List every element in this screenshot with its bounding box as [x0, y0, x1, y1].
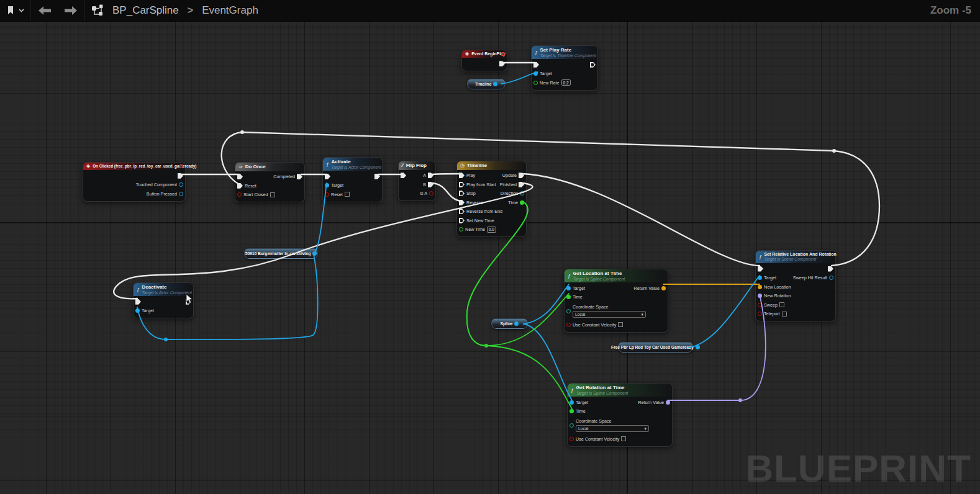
- exec-pin[interactable]: [401, 173, 406, 178]
- exec-pin[interactable]: [135, 299, 141, 305]
- sweep-pin[interactable]: [758, 303, 762, 307]
- delegate-pin[interactable]: [179, 164, 183, 168]
- time-pin[interactable]: [569, 409, 574, 413]
- variable-output-pin[interactable]: [493, 82, 497, 86]
- play-pin[interactable]: [459, 173, 465, 178]
- new-location-pin[interactable]: [758, 285, 762, 289]
- variable-pill-spline-var[interactable]: Spline: [491, 318, 528, 329]
- finished-pin[interactable]: [519, 182, 524, 187]
- exec-pin[interactable]: [178, 173, 183, 179]
- coordinate-space-pin[interactable]: [566, 309, 571, 313]
- exec-pin[interactable]: [533, 62, 539, 68]
- sweep-hit-result-pin[interactable]: [829, 276, 833, 280]
- back-button[interactable]: [37, 6, 52, 16]
- node-header[interactable]: ◈On Clicked (free_pbr_lp_red_toy_car_use…: [83, 163, 185, 170]
- start-closed-checkbox[interactable]: [270, 192, 275, 197]
- set-new-time-pin[interactable]: [459, 218, 465, 223]
- variable-pill-timeline-var[interactable]: Timeline: [467, 79, 506, 89]
- update-pin[interactable]: [519, 173, 524, 178]
- breadcrumb-root[interactable]: BP_CarSpline: [112, 4, 179, 17]
- target-pin[interactable]: [135, 308, 140, 313]
- new-rate-value[interactable]: 0.2: [561, 79, 571, 86]
- use-constant-velocity-checkbox[interactable]: [621, 436, 626, 441]
- node-do-once[interactable]: ⇒Do OnceCompletedResetStart Closed: [235, 162, 305, 202]
- button-pressed-pin[interactable]: [179, 192, 183, 196]
- exec-pin[interactable]: [186, 299, 191, 305]
- return-value-pin[interactable]: [666, 400, 670, 405]
- variable-output-pin[interactable]: [514, 321, 519, 326]
- node-header[interactable]: ƒGet Rotation at TimeTarget is Spline Co…: [568, 384, 672, 397]
- use-constant-velocity-pin[interactable]: [569, 437, 574, 441]
- exec-pin[interactable]: [499, 61, 505, 66]
- new-time-pin[interactable]: [459, 227, 463, 231]
- bookmark-icon[interactable]: [6, 6, 15, 16]
- play-from-start-pin[interactable]: [459, 182, 465, 187]
- reset-checkbox[interactable]: [345, 192, 350, 197]
- variable-output-pin[interactable]: [312, 251, 317, 256]
- node-header[interactable]: ◈Event BeginPlay: [462, 50, 507, 58]
- bookmark-dropdown-chevron-icon[interactable]: [19, 9, 24, 12]
- node-header[interactable]: ƒSet Play RateTarget is Timeline Compone…: [532, 46, 597, 59]
- teleport-checkbox[interactable]: [782, 312, 787, 317]
- node-get-location-at-time[interactable]: ƒGet Location at TimeTarget is Spline Co…: [564, 269, 668, 333]
- coordinate-space-dropdown[interactable]: Local▾: [573, 311, 646, 318]
- reset-pin[interactable]: [325, 192, 329, 197]
- stop-pin[interactable]: [459, 191, 465, 196]
- node-header[interactable]: ƒSet Relative Location And RotationTarge…: [756, 251, 835, 263]
- sweep-checkbox[interactable]: [779, 302, 784, 307]
- teleport-pin[interactable]: [758, 312, 762, 316]
- target-pin[interactable]: [533, 71, 538, 76]
- direction-pin[interactable]: [520, 191, 524, 195]
- return-value-pin[interactable]: [661, 286, 666, 290]
- reverse-from-end-pin[interactable]: [459, 209, 465, 214]
- node-header[interactable]: ◷Timeline: [457, 161, 526, 170]
- node-event-beginplay[interactable]: ◈Event BeginPlay: [461, 50, 507, 71]
- time-pin[interactable]: [566, 295, 571, 299]
- node-get-rotation-at-time[interactable]: ƒGet Rotation at TimeTarget is Spline Co…: [567, 383, 673, 447]
- node-activate[interactable]: ƒActivateTarget is Actor ComponentTarget…: [322, 157, 383, 202]
- new-rotation-pin[interactable]: [758, 294, 762, 298]
- node-set-play-rate[interactable]: ƒSet Play RateTarget is Timeline Compone…: [531, 45, 598, 91]
- a-pin[interactable]: [428, 173, 433, 178]
- exec-pin[interactable]: [590, 62, 596, 68]
- target-pin[interactable]: [569, 400, 574, 405]
- start-closed-pin[interactable]: [237, 192, 242, 197]
- node-header[interactable]: ƒDeactivateTarget is Actor Component: [134, 283, 193, 296]
- new-rate-pin[interactable]: [533, 81, 538, 85]
- node-header[interactable]: ⇒Do Once: [235, 163, 304, 171]
- exec-pin[interactable]: [828, 266, 833, 272]
- target-pin[interactable]: [566, 286, 571, 290]
- node-header[interactable]: ƒGet Location at TimeTarget is Spline Co…: [565, 269, 668, 282]
- use-constant-velocity-pin[interactable]: [566, 323, 571, 327]
- time-pin[interactable]: [520, 200, 524, 205]
- node-timeline[interactable]: ◷TimelinePlayUpdatePlay from StartFinish…: [456, 161, 527, 237]
- coordinate-space-dropdown[interactable]: Local▾: [576, 425, 649, 432]
- node-set-relative-location-and-rotation[interactable]: ƒSet Relative Location And RotationTarge…: [755, 250, 836, 321]
- target-pin[interactable]: [325, 183, 329, 187]
- node-on-clicked-free-pbr-lp-red-toy-car-used-gameready[interactable]: ◈On Clicked (free_pbr_lp_red_toy_car_use…: [83, 162, 186, 202]
- new-time-value[interactable]: 0.0: [487, 227, 496, 233]
- use-constant-velocity-checkbox[interactable]: [618, 322, 623, 327]
- variable-pill-free-pbr-car-var[interactable]: Free Pbr Lp Red Toy Car Used Gameready: [618, 342, 693, 353]
- variable-pill-car-audio-var[interactable]: 50910 Burgermuller In-car-driving: [244, 248, 318, 259]
- is-a-pin[interactable]: [429, 191, 433, 195]
- target-pin[interactable]: [758, 276, 762, 280]
- node-deactivate[interactable]: ƒDeactivateTarget is Actor ComponentTarg…: [133, 282, 194, 318]
- node-header[interactable]: ƒActivateTarget is Actor Component: [323, 158, 382, 171]
- exec-pin[interactable]: [237, 174, 243, 179]
- touched-component-pin[interactable]: [179, 182, 183, 187]
- exec-pin[interactable]: [325, 174, 330, 179]
- exec-pin[interactable]: [374, 174, 380, 179]
- forward-button[interactable]: [63, 6, 78, 16]
- reverse-pin[interactable]: [459, 200, 465, 205]
- breadcrumb-current[interactable]: EventGraph: [202, 4, 258, 17]
- coordinate-space-pin[interactable]: [569, 423, 574, 428]
- exec-pin[interactable]: [758, 266, 763, 272]
- completed-pin[interactable]: [297, 174, 302, 179]
- reset-pin[interactable]: [237, 183, 243, 189]
- delegate-pin[interactable]: [501, 52, 505, 56]
- b-pin[interactable]: [428, 182, 433, 187]
- node-flip-flop[interactable]: ∕∕Flip FlopABIs A: [398, 161, 436, 201]
- node-header[interactable]: ∕∕Flip Flop: [399, 161, 435, 170]
- variable-output-pin[interactable]: [696, 345, 700, 349]
